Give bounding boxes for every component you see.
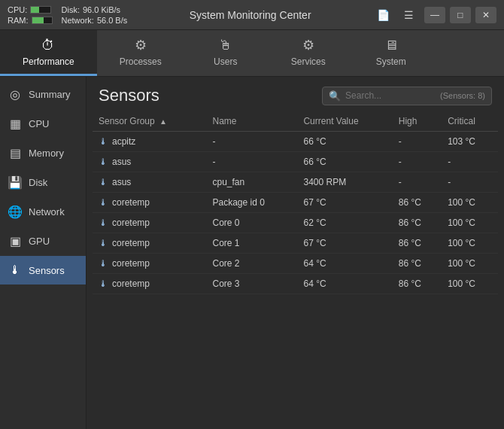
sidebar-item-sensors[interactable]: 🌡 Sensors [0, 256, 86, 284]
search-bar[interactable]: 🔍 (Sensors: 8) [322, 87, 492, 105]
cell-critical: 100 °C [442, 274, 498, 294]
summary-icon: ◎ [8, 87, 23, 102]
menu-icon-btn[interactable]: ☰ [399, 7, 420, 23]
ram-indicator [32, 17, 53, 24]
processes-tab-label: Processes [120, 56, 162, 67]
gpu-icon: ▣ [8, 234, 23, 248]
cell-group: 🌡 coretemp [93, 193, 207, 213]
cell-high: - [393, 172, 442, 193]
tab-services[interactable]: ⚙ Services [267, 30, 350, 76]
cell-critical: 100 °C [442, 193, 498, 213]
memory-icon: ▤ [8, 146, 23, 160]
file-icon-btn[interactable]: 📄 [373, 7, 394, 23]
disk-label: Disk: [62, 5, 80, 14]
ram-info-row: RAM: [8, 16, 53, 25]
cell-name: Core 1 [207, 233, 298, 254]
maximize-button[interactable]: □ [450, 7, 471, 23]
search-icon: 🔍 [329, 90, 341, 102]
cell-group: 🌡 coretemp [93, 254, 207, 274]
col-sensor-group[interactable]: Sensor Group ▲ [93, 111, 207, 132]
sidebar-item-disk[interactable]: 💾 Disk [0, 168, 86, 197]
sidebar-item-summary[interactable]: ◎ Summary [0, 80, 86, 109]
table-container[interactable]: Sensor Group ▲ Name Current Value High C… [87, 111, 504, 429]
sidebar-label-memory: Memory [29, 148, 64, 159]
cell-high: - [393, 152, 442, 172]
sidebar-item-cpu[interactable]: ▦ CPU [0, 109, 86, 138]
cell-group-name: coretemp [112, 278, 150, 289]
sensor-row-icon: 🌡 [99, 197, 108, 208]
sensor-row-icon: 🌡 [99, 258, 108, 269]
cell-critical: 103 °C [442, 132, 498, 152]
sidebar-item-memory[interactable]: ▤ Memory [0, 138, 86, 168]
cell-group-name: coretemp [112, 197, 150, 208]
cpu-ram-info: CPU: RAM: [8, 5, 53, 25]
cell-critical: 100 °C [442, 233, 498, 254]
tab-bar: ⏱ Performance ⚙ Processes 🖱 Users ⚙ Serv… [0, 30, 504, 77]
disk-icon: 💾 [8, 175, 23, 190]
cell-group: 🌡 coretemp [93, 233, 207, 254]
sidebar-item-gpu[interactable]: ▣ GPU [0, 227, 86, 256]
content-area: Sensors 🔍 (Sensors: 8) Sensor Group ▲ Na… [87, 77, 504, 429]
table-row: 🌡 asus - 66 °C - - [93, 152, 498, 172]
network-icon: 🌐 [8, 205, 23, 219]
performance-tab-icon: ⏱ [41, 38, 55, 53]
cell-high: 86 °C [393, 274, 442, 294]
col-current-value: Current Value [297, 111, 392, 132]
cell-name: - [207, 152, 298, 172]
cell-high: 86 °C [393, 254, 442, 274]
cell-critical: 100 °C [442, 254, 498, 274]
sidebar-label-disk: Disk [29, 177, 47, 188]
network-label: Network: [62, 16, 94, 25]
tab-system[interactable]: 🖥 System [350, 30, 433, 76]
cell-group-name: coretemp [112, 218, 150, 228]
services-tab-icon: ⚙ [302, 37, 314, 53]
cell-current: 64 °C [297, 274, 392, 294]
cell-group: 🌡 asus [93, 152, 207, 172]
cell-current: 67 °C [297, 193, 392, 213]
search-input[interactable] [345, 90, 436, 101]
cell-group-name: acpitz [112, 136, 135, 147]
cell-high: 86 °C [393, 213, 442, 233]
tab-processes[interactable]: ⚙ Processes [97, 30, 184, 76]
network-info-row: Network: 56.0 B/s [62, 16, 128, 25]
window-controls: 📄 ☰ — □ ✕ [373, 7, 496, 23]
services-tab-label: Services [291, 56, 326, 67]
sidebar-label-gpu: GPU [29, 236, 50, 247]
sensor-row-icon: 🌡 [99, 218, 108, 228]
disk-net-info: Disk: 96.0 KiB/s Network: 56.0 B/s [62, 5, 128, 25]
sidebar-label-cpu: CPU [29, 118, 49, 129]
table-header-row: Sensor Group ▲ Name Current Value High C… [93, 111, 498, 132]
sensor-row-icon: 🌡 [99, 278, 108, 289]
col-critical: Critical [442, 111, 498, 132]
title-bar: CPU: RAM: Disk: 96.0 KiB/s Network: 56.0… [0, 0, 504, 30]
col-name: Name [207, 111, 298, 132]
cell-name: Core 2 [207, 254, 298, 274]
sensors-table: Sensor Group ▲ Name Current Value High C… [93, 111, 498, 294]
cell-current: 66 °C [297, 152, 392, 172]
cpu-icon: ▦ [8, 117, 23, 131]
cell-critical: 100 °C [442, 213, 498, 233]
cell-critical: - [442, 172, 498, 193]
system-tab-icon: 🖥 [384, 38, 398, 53]
sensor-row-icon: 🌡 [99, 157, 108, 167]
table-body: 🌡 acpitz - 66 °C - 103 °C 🌡 asus - 66 °C… [93, 132, 498, 294]
cell-name: Package id 0 [207, 193, 298, 213]
minimize-button[interactable]: — [424, 7, 445, 23]
sidebar-label-summary: Summary [29, 89, 71, 100]
main-layout: ◎ Summary ▦ CPU ▤ Memory 💾 Disk 🌐 Networ… [0, 77, 504, 429]
cell-group: 🌡 asus [93, 172, 207, 193]
sidebar-item-network[interactable]: 🌐 Network [0, 197, 86, 227]
table-row: 🌡 asus cpu_fan 3400 RPM - - [93, 172, 498, 193]
content-header: Sensors 🔍 (Sensors: 8) [87, 77, 504, 111]
tab-users[interactable]: 🖱 Users [184, 30, 267, 76]
cell-critical: - [442, 152, 498, 172]
table-row: 🌡 coretemp Core 1 67 °C 86 °C 100 °C [93, 233, 498, 254]
cell-high: 86 °C [393, 233, 442, 254]
cell-current: 64 °C [297, 254, 392, 274]
cell-group: 🌡 acpitz [93, 132, 207, 152]
table-row: 🌡 coretemp Core 3 64 °C 86 °C 100 °C [93, 274, 498, 294]
tab-performance[interactable]: ⏱ Performance [0, 30, 97, 76]
cell-current: 67 °C [297, 233, 392, 254]
close-button[interactable]: ✕ [475, 7, 496, 23]
table-row: 🌡 coretemp Core 2 64 °C 86 °C 100 °C [93, 254, 498, 274]
